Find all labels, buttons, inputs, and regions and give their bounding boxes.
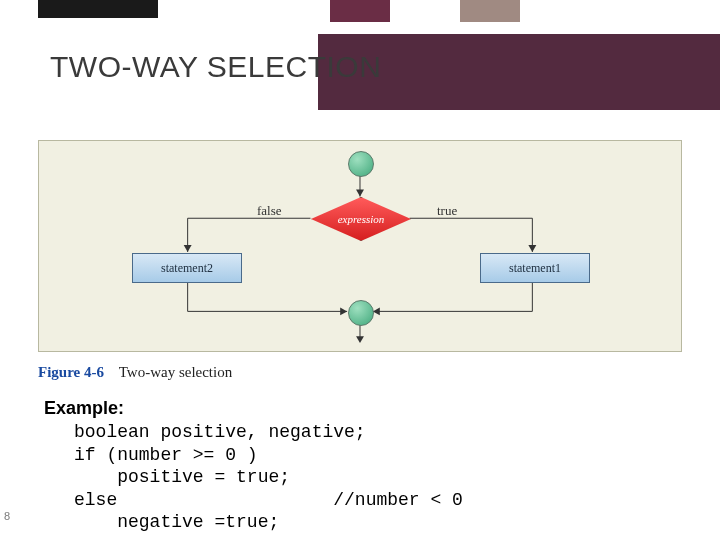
flowchart-container: expression false true statement2 stateme… [38,140,682,352]
statement1-label: statement1 [509,261,561,276]
svg-marker-4 [184,245,192,252]
flowchart: expression false true statement2 stateme… [39,141,681,351]
code-line-5: negative =true; [74,511,700,534]
merge-node [348,300,374,326]
statement2-label: statement2 [161,261,213,276]
decision-node: expression [311,197,411,241]
accent-block-dark [38,0,158,18]
svg-marker-15 [356,336,364,343]
true-branch-label: true [437,203,457,219]
figure-caption: Figure 4-6 Two-way selection [38,364,232,381]
svg-marker-7 [528,245,536,252]
code-line-4: else //number < 0 [74,489,700,512]
figure-caption-text: Two-way selection [119,364,233,380]
figure-number: Figure 4-6 [38,364,104,380]
false-branch-label: false [257,203,282,219]
slide-title: TWO-WAY SELECTION [50,50,381,84]
example-block: Example: boolean positive, negative; if … [44,398,700,534]
code-line-2: if (number >= 0 ) [74,444,700,467]
example-heading: Example: [44,398,700,419]
decision-diamond-icon: expression [311,197,411,241]
accent-block-maroon [330,0,390,22]
code-line-3: positive = true; [74,466,700,489]
statement2-box: statement2 [132,253,242,283]
slide-number: 8 [4,510,10,522]
decision-label: expression [338,213,385,225]
title-bar: TWO-WAY SELECTION [38,34,720,122]
statement1-box: statement1 [480,253,590,283]
svg-marker-10 [340,307,347,315]
start-node [348,151,374,177]
accent-block-taupe [460,0,520,22]
svg-marker-1 [356,190,364,197]
top-accent-blocks [0,0,720,28]
code-line-1: boolean positive, negative; [74,421,700,444]
